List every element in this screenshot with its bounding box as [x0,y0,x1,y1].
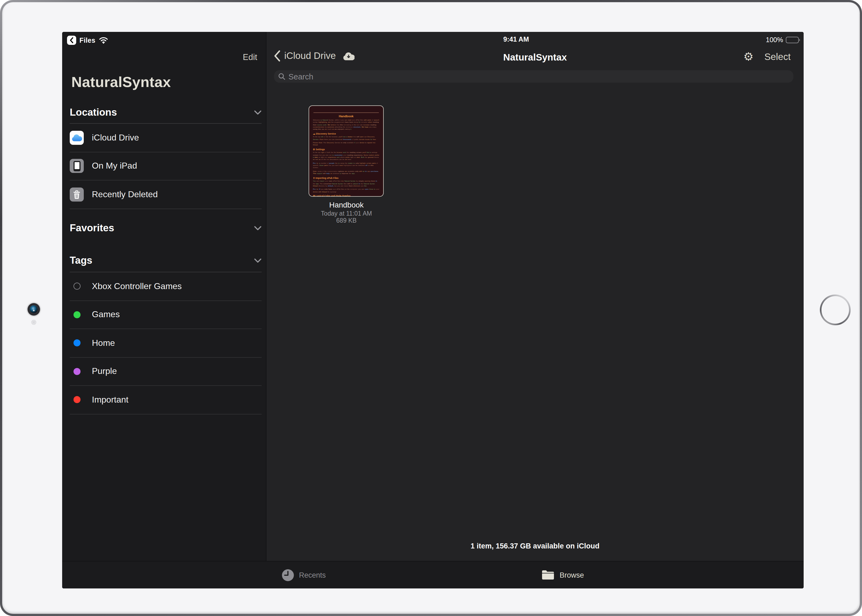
camera-lens-glint [33,310,35,311]
tag-circle-icon [73,283,80,290]
status-bar-battery: 100% [766,36,800,44]
tag-label: Xbox Controller Games [92,281,182,291]
device-bezel: Files Edit NaturalSyntax Locations [2,2,860,614]
doc-title: Handbook [313,115,379,118]
sidebar-item-recently-deleted[interactable]: Recently Deleted [70,181,261,209]
sidebar-item-tag-purple[interactable]: Purple [70,357,261,386]
doc-divider [313,112,379,113]
tag-label: Purple [92,367,117,376]
screen: Files Edit NaturalSyntax Locations [62,32,804,588]
navigation-bar: iCloud Drive NaturalSyntax ⚙ Select [266,50,804,65]
sidebar-item-label: iCloud Drive [92,133,139,143]
sidebar-app-title: NaturalSyntax [71,74,171,91]
ipad-icon [70,159,84,173]
search-icon [278,73,285,80]
status-bar-left: Files [67,36,108,45]
front-camera [30,305,38,313]
ipad-device: Files Edit NaturalSyntax Locations [0,0,862,616]
tag-circle-icon [73,368,80,375]
edit-button[interactable]: Edit [243,52,257,62]
back-to-app-label[interactable]: Files [79,36,95,44]
battery-percent-label: 100% [766,36,783,44]
section-label: Favorites [70,222,114,234]
tab-recents[interactable]: Recents [282,561,326,588]
main-pane: 9:41 AM 100% iCloud Drive [266,32,804,588]
tag-circle-icon [73,396,80,403]
device-frame: Files Edit NaturalSyntax Locations [0,0,862,616]
section-header-tags[interactable]: Tags [70,253,261,267]
sidebar: Files Edit NaturalSyntax Locations [62,32,266,588]
file-size: 689 KB [308,217,384,224]
sidebar-item-tag-xbox-controller-games[interactable]: Xbox Controller Games [70,272,261,301]
sidebar-item-label: Recently Deleted [92,190,158,200]
back-to-files-app-chip[interactable] [67,36,76,45]
tags-list: Xbox Controller Games Games Home Pu [70,272,261,414]
select-button[interactable]: Select [764,51,791,63]
sidebar-item-on-my-ipad[interactable]: On My iPad [70,152,261,181]
wifi-icon [99,37,108,44]
item-count-status: 1 item, 156.37 GB available on iCloud [266,542,804,550]
tag-label: Home [92,338,115,348]
ambient-light-sensor [31,320,36,325]
icloud-drive-icon [70,131,84,145]
search-bar[interactable] [274,70,793,83]
sidebar-item-label: On My iPad [92,161,137,171]
back-chevron-icon [70,37,74,43]
section-header-locations[interactable]: Locations [70,105,261,119]
chevron-down-icon [254,110,261,115]
nav-right-actions: ⚙ Select [743,51,791,63]
status-bar-time: 9:41 AM [266,36,804,43]
file-item-handbook[interactable]: Handbook Welcome to Natural Syntax, with… [308,105,384,224]
search-input[interactable] [288,72,789,81]
tab-label: Recents [299,571,326,579]
home-button[interactable] [820,294,851,325]
sidebar-item-tag-home[interactable]: Home [70,329,261,357]
chevron-down-icon [254,258,261,263]
clock-icon [282,569,294,581]
gear-icon[interactable]: ⚙ [743,51,753,63]
trash-icon [70,187,84,201]
section-label: Locations [70,107,117,118]
tag-circle-icon [73,339,80,347]
tag-circle-icon [73,311,80,318]
tag-label: Games [92,310,120,320]
file-name: Handbook [308,201,384,209]
sidebar-item-icloud-drive[interactable]: iCloud Drive [70,124,261,152]
tab-bar: Recents Browse [62,561,804,588]
sidebar-item-tag-games[interactable]: Games [70,301,261,329]
section-header-favorites[interactable]: Favorites [70,221,261,235]
tab-browse[interactable]: Browse [541,561,584,588]
file-date: Today at 11:01 AM [308,210,384,217]
tag-label: Important [92,395,128,405]
battery-icon [786,37,800,43]
file-thumbnail[interactable]: Handbook Welcome to Natural Syntax, with… [308,105,384,197]
tab-label: Browse [560,571,584,579]
doc-body: Welcome to Natural Syntax, within it you… [313,119,379,197]
section-label: Tags [70,255,93,266]
chevron-down-icon [254,226,261,231]
folder-icon [541,569,555,580]
sidebar-item-tag-important[interactable]: Important [70,386,261,414]
page-title: NaturalSyntax [266,52,804,63]
locations-list: iCloud Drive On My iPad [70,123,261,209]
